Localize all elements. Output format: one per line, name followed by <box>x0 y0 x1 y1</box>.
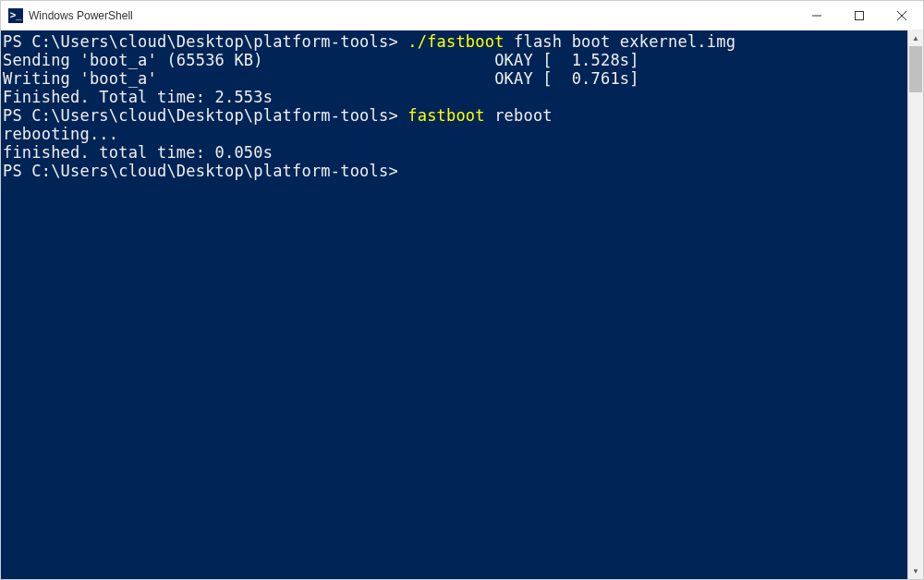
terminal-segment: Finished. Total time: 2.553s <box>3 88 273 106</box>
powershell-window: >_ Windows PowerShell PS C:\Users\cloud\… <box>0 0 924 580</box>
terminal-segment: fastboot <box>407 106 484 125</box>
titlebar[interactable]: >_ Windows PowerShell <box>1 1 923 30</box>
maximize-button[interactable] <box>838 1 881 30</box>
terminal-line: Finished. Total time: 2.553s <box>3 88 907 106</box>
terminal-segment: Writing 'boot_a' OKAY [ 0.761s] <box>3 69 639 88</box>
terminal-segment: reboot <box>485 106 553 125</box>
terminal-line: rebooting... <box>3 125 907 143</box>
close-icon <box>897 11 906 20</box>
maximize-icon <box>855 11 864 20</box>
terminal-segment: finished. total time: 0.050s <box>3 143 273 162</box>
terminal-segment: PS C:\Users\cloud\Desktop\platform-tools… <box>3 32 407 51</box>
terminal-line: PS C:\Users\cloud\Desktop\platform-tools… <box>3 32 907 51</box>
terminal-segment: PS C:\Users\cloud\Desktop\platform-tools… <box>3 106 407 125</box>
terminal-segment: flash boot exkernel.img <box>505 32 736 51</box>
terminal-segment: ./fastboot <box>407 32 504 51</box>
svg-rect-1 <box>856 12 864 20</box>
close-button[interactable] <box>881 1 923 30</box>
title-left: >_ Windows PowerShell <box>8 8 133 23</box>
terminal-line: Sending 'boot_a' (65536 KB) OKAY [ 1.528… <box>3 51 907 69</box>
scroll-up-arrow-icon[interactable]: ▲ <box>908 30 923 46</box>
scrollbar-track[interactable] <box>908 46 923 563</box>
minimize-button[interactable] <box>796 1 838 30</box>
window-title: Windows PowerShell <box>29 9 133 22</box>
scroll-down-arrow-icon[interactable]: ▼ <box>908 563 923 579</box>
terminal-line: Writing 'boot_a' OKAY [ 0.761s] <box>3 69 907 88</box>
terminal-line: PS C:\Users\cloud\Desktop\platform-tools… <box>3 106 907 125</box>
terminal-line: finished. total time: 0.050s <box>3 143 907 162</box>
scrollbar-thumb[interactable] <box>909 46 922 92</box>
terminal-line: PS C:\Users\cloud\Desktop\platform-tools… <box>3 162 907 180</box>
scrollbar[interactable]: ▲ ▼ <box>907 30 923 579</box>
powershell-icon: >_ <box>8 8 23 23</box>
terminal-output[interactable]: PS C:\Users\cloud\Desktop\platform-tools… <box>1 30 907 579</box>
terminal-segment: PS C:\Users\cloud\Desktop\platform-tools… <box>3 162 398 180</box>
terminal-segment: rebooting... <box>3 125 118 143</box>
minimize-icon <box>812 11 821 20</box>
window-controls <box>796 1 923 30</box>
terminal-segment: Sending 'boot_a' (65536 KB) OKAY [ 1.528… <box>3 51 639 69</box>
terminal-wrap: PS C:\Users\cloud\Desktop\platform-tools… <box>1 30 923 579</box>
